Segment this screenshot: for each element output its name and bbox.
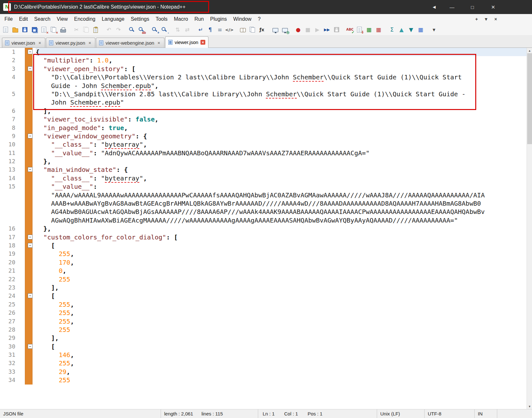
sync-vertical-scroll-icon[interactable]: ⇅: [173, 26, 182, 34]
code-row[interactable]: "AAAA/wAAAAL9AAAAAwAAAAAAAAAAAAAAAPwCAAA…: [0, 191, 527, 199]
indent-guide-icon[interactable]: ≡: [215, 26, 224, 34]
plugin-grid-green-icon[interactable]: ▦: [365, 26, 373, 34]
plugin-grid-red-icon[interactable]: ▦: [374, 26, 383, 34]
function-list-icon[interactable]: ƒx: [258, 26, 266, 34]
code-row[interactable]: 31 146,: [0, 351, 527, 359]
fold-toggle-icon[interactable]: −: [28, 235, 33, 239]
new-tab-plus-icon[interactable]: +: [473, 17, 480, 22]
scrollbar-thumb[interactable]: [527, 53, 532, 144]
code-row[interactable]: 5 "D:\\_Sandpit\\Version 2.85 last\\Cali…: [0, 90, 527, 98]
show-wrap-symbol-icon[interactable]: </>: [225, 26, 234, 34]
zoom-out-icon[interactable]: -: [160, 26, 169, 34]
code-row[interactable]: 24− [: [0, 292, 527, 300]
code-row[interactable]: 21 0,: [0, 267, 527, 275]
menu-item-window[interactable]: Window: [230, 15, 255, 24]
cut-icon[interactable]: ✂: [72, 26, 81, 34]
code-row[interactable]: 27 255,: [0, 317, 527, 326]
code-row[interactable]: 6 ],: [0, 107, 527, 115]
menu-item-help[interactable]: ?: [255, 15, 264, 24]
undo-icon[interactable]: ↶: [105, 26, 113, 34]
code-row[interactable]: 16 },: [0, 224, 527, 233]
plugin-grid-blue-icon[interactable]: ▦: [416, 26, 425, 34]
fold-toggle-icon[interactable]: −: [28, 167, 33, 172]
scroll-up-arrow-icon[interactable]: ▲: [527, 48, 532, 53]
macro-record-icon[interactable]: ●: [294, 26, 302, 34]
code-row[interactable]: 7 "viewer_toc_isvisible": false,: [0, 115, 527, 123]
menu-item-plugins[interactable]: Plugins: [207, 15, 230, 24]
fold-toggle-icon[interactable]: −: [28, 344, 33, 349]
macro-save-icon[interactable]: [332, 26, 341, 34]
code-row[interactable]: 15 "__value__":: [0, 182, 527, 191]
tab-viewer-webengine.json[interactable]: viewer-webengine.json×: [96, 38, 164, 48]
code-row[interactable]: AAAB+wAAABwAYgBvAG8AawBtAGEAcgBrAHMALQBk…: [0, 199, 527, 208]
code-row[interactable]: 1−{: [0, 48, 527, 56]
code-row[interactable]: 12 },: [0, 157, 527, 165]
tab-viewer.py.json[interactable]: viewer.py.json×: [46, 38, 95, 48]
redo-icon[interactable]: ↷: [114, 26, 123, 34]
sync-horizontal-scroll-icon[interactable]: ⇄: [183, 26, 192, 34]
spell-check-abc-icon[interactable]: ABC✓: [346, 26, 354, 34]
tab-viewer.json[interactable]: viewer.json×: [2, 38, 45, 48]
editor[interactable]: 1−{2 "multiplier": 1.0,3− "viewer_open_h…: [0, 48, 532, 409]
code-row[interactable]: John Schember.epub": [0, 98, 527, 106]
toolbar-customize-chevron-icon[interactable]: ▾: [430, 26, 438, 34]
menu-item-edit[interactable]: Edit: [16, 15, 31, 24]
save-file-icon[interactable]: [20, 26, 29, 34]
code-row[interactable]: 3− "viewer_open_history": [: [0, 65, 527, 73]
tab-viewer.json[interactable]: viewer.json×: [165, 36, 208, 48]
save-all-icon[interactable]: [30, 26, 39, 34]
menu-item-tools[interactable]: Tools: [152, 15, 171, 24]
minimize-button[interactable]: —: [442, 0, 462, 14]
status-eol[interactable]: Unix (LF): [377, 409, 425, 418]
fold-toggle-icon[interactable]: −: [28, 49, 33, 54]
tab-close-icon[interactable]: ×: [200, 40, 205, 45]
code-row[interactable]: Guide - John Schember.epub",: [0, 82, 527, 90]
print-icon[interactable]: [59, 26, 67, 34]
new-file-icon[interactable]: [1, 26, 10, 34]
code-row[interactable]: 14 "__class__": "bytearray",: [0, 174, 527, 182]
code-row[interactable]: 28 255: [0, 326, 527, 334]
menu-item-settings[interactable]: Settings: [128, 15, 152, 24]
monitor-icon[interactable]: [271, 26, 280, 34]
menu-item-run[interactable]: Run: [191, 15, 207, 24]
code-row[interactable]: 22 255: [0, 275, 527, 283]
code-row[interactable]: 8 "in_paged_mode": true,: [0, 124, 527, 132]
show-all-characters-icon[interactable]: ¶: [206, 26, 215, 34]
plugin-triangle-up-icon[interactable]: ▲: [397, 26, 406, 34]
menu-item-search[interactable]: Search: [31, 15, 54, 24]
code-row[interactable]: 18− [: [0, 241, 527, 250]
fold-toggle-icon[interactable]: −: [28, 66, 33, 71]
paste-icon[interactable]: [91, 26, 100, 34]
code-row[interactable]: AGwAQgBhAHIAwAXwBiAGEAcgMAAAAA/////wAAAA…: [0, 216, 527, 224]
code-row[interactable]: 25 255,: [0, 300, 527, 309]
code-row[interactable]: 33 29,: [0, 368, 527, 376]
menu-item-view[interactable]: View: [54, 15, 71, 24]
menu-item-language[interactable]: Language: [98, 15, 128, 24]
monitor-eye-icon[interactable]: ◎: [281, 26, 289, 34]
tab-close-icon[interactable]: ×: [37, 40, 42, 45]
code-row[interactable]: 11 "__value__": "AdnQywACAAAAAAPmAAABNQA…: [0, 149, 527, 157]
maximize-button[interactable]: □: [462, 0, 483, 14]
code-row[interactable]: 4 "D:\\Calibre\\Portables\\Version 2 las…: [0, 73, 527, 81]
back-arrow-icon[interactable]: ◀: [426, 0, 442, 14]
code-area[interactable]: 1−{2 "multiplier": 1.0,3− "viewer_open_h…: [0, 48, 527, 385]
document-map-icon[interactable]: [238, 26, 247, 34]
close-tab-icon[interactable]: ×: [492, 17, 499, 22]
macro-run-multiple-icon[interactable]: ▶▶: [323, 26, 331, 34]
tab-close-icon[interactable]: ×: [87, 40, 92, 45]
menu-item-encoding[interactable]: Encoding: [71, 15, 98, 24]
code-row[interactable]: 29 ],: [0, 334, 527, 342]
close-button[interactable]: ×: [483, 0, 503, 14]
tab-list-dropdown-icon[interactable]: ▼: [483, 17, 489, 22]
find-icon[interactable]: [128, 26, 136, 34]
code-row[interactable]: 10 "__class__": "bytearray",: [0, 140, 527, 149]
word-wrap-icon[interactable]: ↵: [196, 26, 205, 34]
code-row[interactable]: 13− "main_window_state": {: [0, 165, 527, 174]
code-row[interactable]: 19 255,: [0, 250, 527, 258]
code-row[interactable]: 20 170,: [0, 258, 527, 267]
code-row[interactable]: 26 255,: [0, 309, 527, 317]
macro-play-icon[interactable]: ▶: [313, 26, 322, 34]
code-row[interactable]: 32 255,: [0, 359, 527, 367]
code-row[interactable]: 34 255: [0, 376, 527, 384]
code-row[interactable]: 2 "multiplier": 1.0,: [0, 56, 527, 64]
